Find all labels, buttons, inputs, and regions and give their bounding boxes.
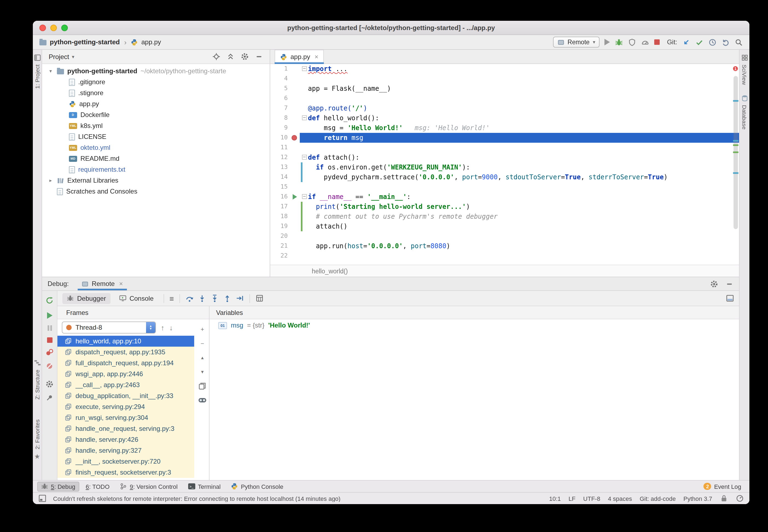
thread-select[interactable]: Thread-8 ▲▼ (62, 321, 156, 334)
line-number[interactable]: 14 (270, 172, 291, 182)
tree-expanded-icon[interactable]: ▾ (48, 68, 54, 74)
gutter-cell[interactable] (291, 221, 300, 231)
gutter-cell[interactable] (291, 93, 300, 103)
fold-marker-icon[interactable]: − (302, 155, 307, 160)
hide-debug-panel-icon[interactable] (725, 280, 734, 288)
locate-file-icon[interactable] (212, 52, 220, 61)
line-number[interactable]: 8 (270, 113, 291, 123)
stack-frame-row[interactable]: debug_application, __init__.py:33 (57, 390, 194, 401)
debugger-settings-icon[interactable] (45, 380, 54, 388)
code-text[interactable]: −def attach(): (300, 153, 739, 162)
tree-item-external-libraries[interactable]: ▸External Libraries (42, 175, 270, 186)
git-rollback-button[interactable] (722, 38, 730, 46)
line-number[interactable]: 4 (270, 74, 291, 84)
tree-item-scratches-and-consoles[interactable]: Scratches and Consoles (42, 186, 270, 197)
code-line-16[interactable]: 16−if __name__ == '__main__': (270, 192, 739, 202)
git-commit-button[interactable] (695, 38, 703, 46)
project-panel-title[interactable]: Project (49, 53, 69, 60)
stack-frame-row[interactable]: hello_world, app.py:10 (57, 336, 194, 347)
status-item-10-1[interactable]: 10:1 (549, 495, 561, 502)
restore-layout-icon[interactable] (726, 294, 734, 302)
stack-frame-row[interactable]: wsgi_app, app.py:2446 (57, 369, 194, 379)
add-button[interactable]: + (198, 325, 207, 334)
code-text[interactable] (300, 93, 739, 103)
rerun-button[interactable] (45, 296, 54, 305)
code-line-22[interactable]: 22 (270, 251, 739, 261)
code-text[interactable]: msg = 'Hello World!' msg: 'Hello World!' (300, 123, 739, 133)
editor-breadcrumb[interactable]: hello_world() (312, 268, 348, 274)
stack-frame-row[interactable]: __call__, app.py:2463 (57, 379, 194, 390)
gutter-cell[interactable] (291, 64, 300, 74)
line-number[interactable]: 18 (270, 212, 291, 221)
stop-debug-button[interactable] (47, 337, 52, 343)
resume-button[interactable] (47, 312, 52, 319)
toolwindow-button-5-debug[interactable]: 5: Debug (37, 481, 79, 491)
hide-library-frames-icon[interactable] (198, 396, 207, 405)
titlebar[interactable]: python-getting-started [~/okteto/python-… (33, 21, 749, 35)
line-number[interactable]: 21 (270, 241, 291, 251)
git-history-button[interactable] (708, 38, 717, 46)
fold-marker-icon[interactable]: − (302, 66, 307, 71)
gutter-cell[interactable] (291, 202, 300, 212)
hide-panel-icon[interactable] (255, 52, 263, 61)
step-out-button[interactable] (223, 294, 231, 302)
code-line-19[interactable]: 19 attach() (270, 221, 739, 231)
code-text[interactable]: −import ... (300, 64, 739, 74)
code-line-6[interactable]: 6 (270, 93, 739, 103)
code-text[interactable]: pydevd_pycharm.settrace('0.0.0.0', port=… (300, 172, 739, 182)
thread-stepper[interactable]: ▲▼ (146, 321, 155, 334)
breadcrumb-project[interactable]: python-getting-started (50, 38, 120, 46)
line-number[interactable]: 12 (270, 153, 291, 162)
run-line-icon[interactable] (293, 194, 297, 200)
evaluate-expression-button[interactable] (255, 294, 264, 302)
gutter-cell[interactable] (291, 153, 300, 162)
search-everywhere-icon[interactable] (735, 38, 743, 46)
breadcrumb-file[interactable]: app.py (141, 38, 161, 46)
copy-stack-icon[interactable] (198, 382, 207, 390)
window-zoom-button[interactable] (61, 25, 68, 31)
toolwindow-button-terminal[interactable]: >_Terminal (184, 481, 224, 491)
scroll-up-icon[interactable]: ▲ (198, 353, 207, 362)
breakpoint-icon[interactable] (291, 135, 297, 141)
tree-item-requirements-txt[interactable]: requirements.txt (42, 164, 270, 175)
layout-menu-icon[interactable]: ≡ (169, 294, 174, 303)
gutter-cell[interactable] (291, 241, 300, 251)
debug-button[interactable] (615, 38, 623, 46)
tree-item-dockerfile[interactable]: DDockerfile (42, 109, 270, 120)
previous-frame-button[interactable]: ↑ (161, 323, 164, 332)
stack-frame-row[interactable]: handle_one_request, serving.py:3 (57, 423, 194, 434)
line-number[interactable]: 13 (270, 162, 291, 172)
run-config-select[interactable]: Remote ▾ (553, 37, 600, 48)
code-line-7[interactable]: 7@app.route('/') (270, 103, 739, 113)
stack-frame-row[interactable]: handle, server.py:426 (57, 434, 194, 445)
line-number[interactable]: 6 (270, 93, 291, 103)
code-text[interactable]: app.run(host='0.0.0.0', port=8080) (300, 241, 739, 251)
editor-tab-app-py[interactable]: app.py × (274, 50, 324, 63)
code-line-11[interactable]: 11 (270, 143, 739, 153)
code-text[interactable]: # comment out to use Pycharm's remote de… (300, 212, 739, 221)
status-item-lf[interactable]: LF (569, 495, 576, 502)
stop-button[interactable] (655, 39, 660, 45)
gutter-cell[interactable] (291, 192, 300, 202)
gutter-cell[interactable] (291, 113, 300, 123)
toolstripe-sciview-button[interactable]: SciView (740, 54, 749, 85)
code-text[interactable] (300, 231, 739, 241)
gutter-cell[interactable] (291, 123, 300, 133)
editor-error-stripe[interactable]: 1 (732, 64, 739, 265)
toolwindow-button-6-todo[interactable]: 6: TODO (82, 481, 113, 491)
stack-frame-row[interactable]: dispatch_request, app.py:1935 (57, 347, 194, 358)
code-text[interactable]: @app.route('/') (300, 103, 739, 113)
tree-collapsed-icon[interactable]: ▸ (48, 178, 54, 183)
stripe-mark[interactable] (733, 140, 738, 142)
gutter-cell[interactable] (291, 162, 300, 172)
code-text[interactable] (300, 74, 739, 84)
code-line-9[interactable]: 9 msg = 'Hello World!' msg: 'Hello World… (270, 123, 739, 133)
tab-console[interactable]: Console (115, 293, 158, 304)
gutter-cell[interactable] (291, 74, 300, 84)
tree-item-k8s-yml[interactable]: YMLk8s.yml (42, 120, 270, 131)
code-text[interactable]: −def hello_world(): (300, 113, 739, 123)
fold-marker-icon[interactable]: − (302, 115, 307, 120)
code-line-1[interactable]: 1−import ... (270, 64, 739, 74)
gutter-cell[interactable] (291, 103, 300, 113)
lock-icon[interactable] (720, 494, 728, 502)
